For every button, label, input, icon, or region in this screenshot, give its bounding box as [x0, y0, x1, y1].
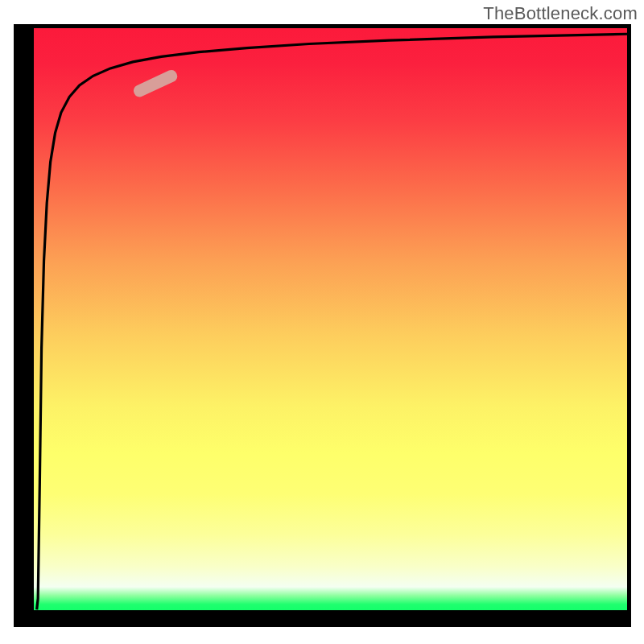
plot-border-left: [14, 24, 34, 627]
plot-border-bottom: [14, 610, 631, 627]
performance-curve: [34, 28, 627, 610]
attribution-label: TheBottleneck.com: [483, 3, 638, 24]
curve-line: [37, 34, 627, 609]
plot-border-right: [627, 24, 631, 627]
marker-pill: [132, 68, 180, 99]
chart-container: TheBottleneck.com: [0, 0, 644, 644]
